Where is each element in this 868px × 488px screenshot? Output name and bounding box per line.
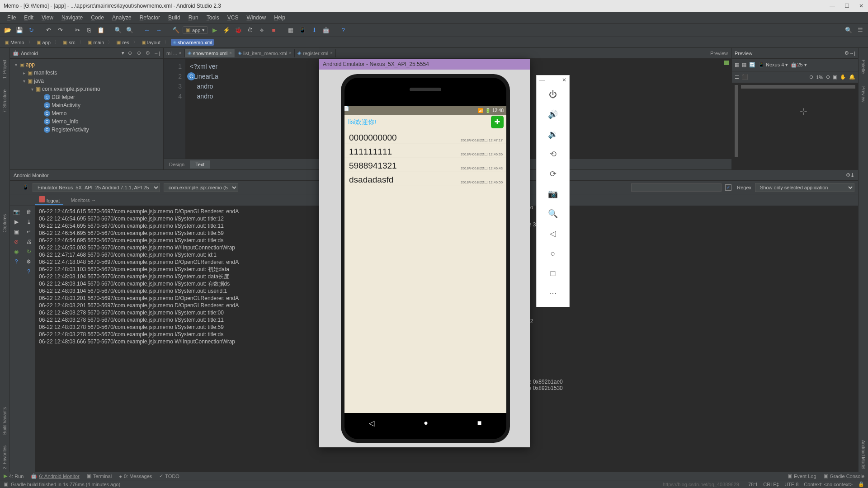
process-selector[interactable]: com.example.jsjx.memo (5 — [164, 183, 238, 192]
tool-4: Run[interactable]: ▶4: Run — [4, 473, 24, 479]
menu-window[interactable]: Window — [243, 13, 269, 22]
redo-icon[interactable]: ↷ — [55, 25, 65, 35]
log-filter-selector[interactable]: Show only selected application — [755, 183, 854, 192]
crumb-main[interactable]: ▣main — [86, 39, 106, 46]
tree-item-app[interactable]: ▾▣app — [10, 61, 163, 69]
memo-list[interactable]: 00000000002018年06月22日 12:47:171111111112… — [344, 130, 506, 186]
close-icon[interactable]: ✕ — [858, 3, 864, 9]
tool-Gradle Console[interactable]: ▣Gradle Console — [824, 473, 864, 479]
regex-checkbox[interactable]: ✓ — [725, 184, 731, 191]
device-selector[interactable]: 📱 Nexus 4 ▾ — [758, 62, 788, 68]
build-variants-button[interactable]: Build Variants — [2, 404, 7, 437]
stop-icon[interactable]: ■ — [269, 25, 278, 35]
warnings-icon[interactable]: 🔔 — [849, 74, 855, 80]
design-icon[interactable]: ▦ — [735, 62, 739, 68]
menu-navigate[interactable]: Navigate — [58, 13, 86, 22]
undo-icon[interactable]: ↶ — [43, 25, 53, 35]
tree-item-Memo_info[interactable]: CMemo_info — [10, 117, 163, 126]
menu-icon[interactable]: ☰ — [855, 25, 865, 35]
emulator-window[interactable]: Android Emulator - Nexus_5X_API_25:5554 … — [319, 59, 530, 447]
sdk-icon[interactable]: ⬇ — [309, 25, 319, 35]
make-icon[interactable]: 🔨 — [171, 25, 181, 35]
screenshot-icon[interactable]: 📷 — [13, 209, 20, 215]
memo-item[interactable]: 1111111112018年06月22日 12:46:36 — [344, 144, 506, 158]
palette-tool-button[interactable]: Palette — [861, 57, 866, 76]
tool-Terminal[interactable]: ▣Terminal — [87, 473, 112, 479]
tree-item-java[interactable]: ▾▣java — [10, 77, 163, 85]
lock-icon[interactable]: 🔒 — [858, 481, 864, 487]
blueprint-icon[interactable]: ▦ — [742, 62, 746, 68]
system-icon[interactable]: ▣ — [14, 229, 19, 235]
crumb-showmemo.xml[interactable]: ◈showmemo.xml — [171, 39, 214, 46]
api-selector[interactable]: 🤖25 ▾ — [791, 62, 807, 68]
minimize-icon[interactable]: — — [829, 3, 835, 9]
volume-up-button[interactable]: 🔊 — [537, 104, 569, 124]
android-model-button[interactable]: Android Model — [861, 437, 866, 472]
sync-icon[interactable]: ↻ — [26, 25, 36, 35]
menu-run[interactable]: Run — [185, 13, 202, 22]
crumb-Memo[interactable]: ▣Memo — [3, 39, 26, 46]
volume-down-button[interactable]: 🔉 — [537, 124, 569, 144]
back-button[interactable]: ◁ — [369, 419, 374, 427]
settings-icon[interactable]: ⚙ — [26, 258, 31, 265]
emulator-controls[interactable]: — ✕ ⏻ 🔊 🔉 ⟲ ⟳ 📷 🔍 ◁ ○ □ ⋯ — [536, 75, 570, 307]
maximize-icon[interactable]: ☐ — [844, 3, 850, 9]
memo-item[interactable]: 59889413212018年06月22日 12:46:43 — [344, 158, 506, 172]
camera-button[interactable]: 📷 — [537, 184, 569, 204]
tab-text[interactable]: Text — [190, 160, 210, 169]
editor-tab[interactable]: ◈register.xml× — [295, 49, 336, 57]
hide-icon[interactable]: →| — [153, 51, 160, 56]
back-icon[interactable]: ← — [142, 25, 152, 35]
home-button[interactable]: ● — [424, 419, 428, 427]
menu-refactor[interactable]: Refactor — [136, 13, 164, 22]
open-icon[interactable]: 📂 — [3, 25, 13, 35]
fit-icon[interactable]: ▣ — [833, 74, 837, 80]
menu-analyze[interactable]: Analyze — [108, 13, 135, 22]
layout-icon[interactable]: ▦ — [286, 25, 296, 35]
cut-icon[interactable]: ✂ — [72, 25, 82, 35]
structure-tool-button[interactable]: 7: Structure — [2, 87, 7, 116]
restart-icon[interactable]: ↻ — [27, 249, 31, 255]
tree-item-com.example.jsjx.memo[interactable]: ▾▣com.example.jsjx.memo — [10, 85, 163, 93]
more-button[interactable]: ⋯ — [537, 283, 569, 303]
help-icon[interactable]: ? — [338, 25, 348, 35]
debug-icon[interactable]: 🐞 — [233, 25, 243, 35]
replace-icon[interactable]: 🔍 — [125, 25, 135, 35]
target-icon[interactable]: ⊕ — [135, 50, 142, 56]
help-icon[interactable]: ? — [15, 258, 18, 265]
help-icon[interactable]: ? — [27, 268, 30, 275]
save-icon[interactable]: 💾 — [14, 25, 24, 35]
rotate-left-button[interactable]: ⟲ — [537, 144, 569, 164]
editor-tab[interactable]: ◈list_item_memo.xml× — [235, 49, 295, 57]
tab-design[interactable]: Design — [164, 160, 190, 169]
gear-icon[interactable]: ⚙ — [846, 172, 850, 178]
print-icon[interactable]: 🖨 — [26, 239, 32, 245]
menu-code[interactable]: Code — [87, 13, 108, 22]
home-button[interactable]: ○ — [537, 244, 569, 263]
menu-view[interactable]: View — [38, 13, 57, 22]
preview-canvas[interactable]: ⊹ — [732, 83, 858, 169]
minimize-icon[interactable]: — — [539, 77, 545, 83]
copy-icon[interactable]: ⎘ — [84, 25, 94, 35]
collapse-icon[interactable]: ⊖ — [126, 50, 133, 56]
orientation-icon[interactable]: 🔄 — [749, 62, 755, 68]
profile-icon[interactable]: ⏱ — [245, 25, 255, 35]
run-icon[interactable]: ▶ — [210, 25, 220, 35]
tree-item-MainActivity[interactable]: CMainActivity — [10, 101, 163, 109]
preview-tool-button[interactable]: Preview — [861, 84, 866, 105]
tab-logcat[interactable]: logcat — [35, 195, 63, 205]
back-button[interactable]: ◁ — [537, 224, 569, 244]
gear-icon[interactable]: ⚙ — [144, 50, 151, 56]
crumb-layout[interactable]: ▣layout — [140, 39, 162, 46]
paste-icon[interactable]: 📋 — [96, 25, 106, 35]
context[interactable]: Context: <no context> — [804, 482, 853, 487]
tool-TODO[interactable]: ✓TODO — [159, 473, 179, 479]
tree-item-RegisterActivity[interactable]: CRegisterActivity — [10, 126, 163, 134]
forward-icon[interactable]: → — [154, 25, 164, 35]
editor-tab[interactable]: ml ...× — [164, 49, 185, 57]
rotate-right-button[interactable]: ⟳ — [537, 164, 569, 184]
gear-icon[interactable]: ⚙ — [844, 50, 849, 56]
memo-item[interactable]: 00000000002018年06月22日 12:47:17 — [344, 130, 506, 144]
record-icon[interactable]: ▶ — [14, 219, 19, 225]
clear-icon[interactable]: 🗑 — [26, 209, 32, 215]
